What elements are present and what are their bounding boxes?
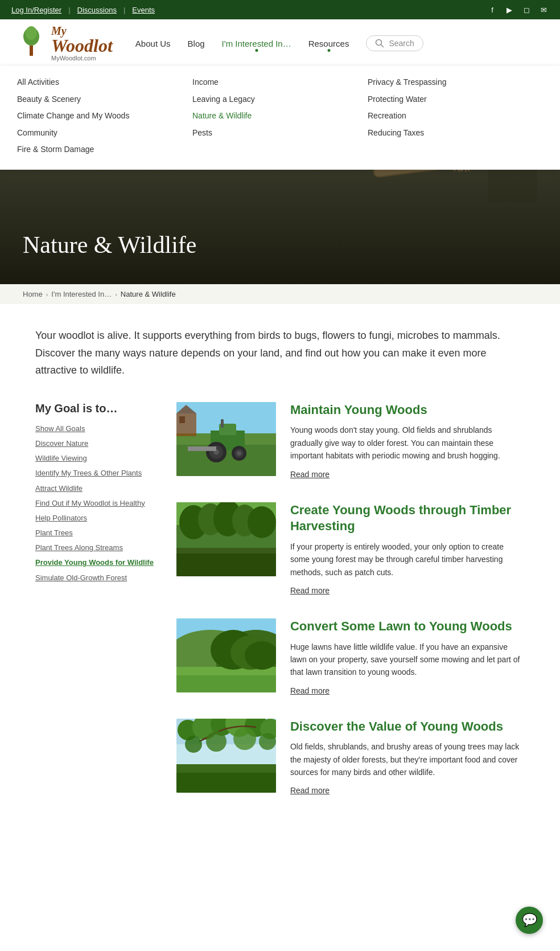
sidebar-woodlot-healthy[interactable]: Find Out if My Woodlot is Healthy xyxy=(35,498,154,509)
dropdown-protecting-water[interactable]: Protecting Water xyxy=(368,94,543,105)
instagram-icon[interactable]: ◻ xyxy=(521,5,532,15)
goals-section: My Goal is to… Show All Goals Discover N… xyxy=(35,402,525,796)
nav-blog[interactable]: Blog xyxy=(188,39,205,48)
nav-interested[interactable]: I'm Interested In… xyxy=(222,39,291,48)
sidebar: My Goal is to… Show All Goals Discover N… xyxy=(35,402,154,796)
article-1-read-more[interactable]: Read more xyxy=(290,470,330,479)
main-nav: About Us Blog I'm Interested In… Resourc… xyxy=(135,35,543,51)
article-2-content: Create Young Woods through Timber Harves… xyxy=(290,502,525,596)
search-icon xyxy=(375,39,384,48)
breadcrumb-home[interactable]: Home xyxy=(23,290,43,298)
sidebar-title: My Goal is to… xyxy=(35,402,154,415)
dropdown-columns: All Activities Beauty & Scenery Climate … xyxy=(17,77,543,155)
dropdown-privacy[interactable]: Privacy & Trespassing xyxy=(368,77,543,88)
nav-about[interactable]: About Us xyxy=(135,39,171,48)
youtube-icon[interactable]: ▶ xyxy=(504,5,514,15)
breadcrumb-arrow-1: › xyxy=(46,291,48,298)
article-4-image xyxy=(176,719,276,793)
dropdown-fire-storm[interactable]: Fire & Storm Damage xyxy=(17,144,192,155)
nav-active-dot xyxy=(255,49,258,52)
logo-woodlot: Woodlot xyxy=(51,36,113,55)
dropdown-col-1: All Activities Beauty & Scenery Climate … xyxy=(17,77,192,155)
youngwoods-image xyxy=(176,719,276,793)
article-maintain-young-woods: Maintain Young Woods Young woods don't s… xyxy=(176,402,525,479)
dropdown-income[interactable]: Income xyxy=(192,77,368,88)
svg-rect-30 xyxy=(179,416,185,423)
svg-point-37 xyxy=(248,506,276,538)
email-icon[interactable]: ✉ xyxy=(538,5,549,15)
tractor-image xyxy=(176,402,276,476)
breadcrumb-current: Nature & Wildlife xyxy=(121,290,176,298)
sidebar-help-pollinators[interactable]: Help Pollinators xyxy=(35,513,154,523)
sidebar-show-all[interactable]: Show All Goals xyxy=(35,424,154,434)
nav-resources[interactable]: Resources xyxy=(308,39,349,48)
article-3-read-more[interactable]: Read more xyxy=(290,686,330,695)
sidebar-plant-trees[interactable]: Plant Trees xyxy=(35,528,154,538)
svg-rect-44 xyxy=(176,675,276,692)
sidebar-plant-trees-streams[interactable]: Plant Trees Along Streams xyxy=(35,543,154,553)
search-area[interactable]: Search xyxy=(366,35,423,51)
article-3-title[interactable]: Convert Some Lawn to Young Woods xyxy=(290,618,525,635)
breadcrumb-parent[interactable]: I'm Interested In… xyxy=(51,290,112,298)
svg-point-56 xyxy=(185,736,202,753)
svg-point-57 xyxy=(206,731,227,752)
facebook-icon[interactable]: f xyxy=(487,5,497,15)
svg-point-1 xyxy=(26,26,37,40)
lawn-image xyxy=(176,618,276,692)
sidebar-identify-trees[interactable]: Identify My Trees & Other Plants xyxy=(35,468,154,478)
svg-rect-61 xyxy=(176,773,276,793)
top-bar: Log In/Register | Discussions | Events f… xyxy=(0,0,560,19)
dropdown-nature-wildlife[interactable]: Nature & Wildlife xyxy=(192,110,368,122)
article-4-content: Discover the Value of Young Woods Old fi… xyxy=(290,719,525,796)
sidebar-links: Show All Goals Discover Nature Wildlife … xyxy=(35,424,154,583)
login-link[interactable]: Log In/Register xyxy=(11,6,61,14)
breadcrumb: Home › I'm Interested In… › Nature & Wil… xyxy=(0,284,560,304)
dropdown-recreation[interactable]: Recreation xyxy=(368,110,543,122)
svg-rect-2 xyxy=(30,46,33,56)
article-3-desc: Huge lawns have little wildlife value. I… xyxy=(290,641,525,679)
sidebar-attract-wildlife[interactable]: Attract Wildlife xyxy=(35,483,154,494)
sidebar-discover-nature[interactable]: Discover Nature xyxy=(35,438,154,449)
svg-point-58 xyxy=(233,727,256,750)
article-3-image xyxy=(176,618,276,692)
search-placeholder: Search xyxy=(389,39,414,48)
dropdown-leaving-legacy[interactable]: Leaving a Legacy xyxy=(192,94,368,105)
timber-image xyxy=(176,502,276,576)
top-bar-left: Log In/Register | Discussions | Events xyxy=(11,6,155,14)
article-4-title[interactable]: Discover the Value of Young Woods xyxy=(290,719,525,735)
nav-resources-dot xyxy=(327,49,330,52)
svg-rect-39 xyxy=(176,554,276,576)
dropdown-community[interactable]: Community xyxy=(17,128,192,139)
sidebar-provide-young-woods[interactable]: Provide Young Woods for Wildlife xyxy=(35,558,154,568)
article-create-young-woods: Create Young Woods through Timber Harves… xyxy=(176,502,525,596)
divider-1: | xyxy=(68,6,70,14)
article-3-content: Convert Some Lawn to Young Woods Huge la… xyxy=(290,618,525,696)
svg-point-25 xyxy=(237,451,241,456)
dropdown-beauty-scenery[interactable]: Beauty & Scenery xyxy=(17,94,192,105)
breadcrumb-arrow-2: › xyxy=(115,291,117,298)
dropdown-reducing-taxes[interactable]: Reducing Taxes xyxy=(368,128,543,139)
svg-point-59 xyxy=(259,733,276,750)
dropdown-col-2: Income Leaving a Legacy Nature & Wildlif… xyxy=(192,77,368,155)
discussions-link[interactable]: Discussions xyxy=(77,6,117,14)
article-2-read-more[interactable]: Read more xyxy=(290,586,330,595)
dropdown-climate-change[interactable]: Climate Change and My Woods xyxy=(17,110,192,122)
article-1-title[interactable]: Maintain Young Woods xyxy=(290,402,525,419)
logo-my: My xyxy=(51,25,113,36)
article-4-read-more[interactable]: Read more xyxy=(290,786,330,795)
logo-tree-icon xyxy=(17,26,46,60)
article-2-title[interactable]: Create Young Woods through Timber Harves… xyxy=(290,502,525,535)
dropdown-pests[interactable]: Pests xyxy=(192,128,368,139)
events-link[interactable]: Events xyxy=(132,6,155,14)
article-2-desc: If your property is entirely wooded, you… xyxy=(290,540,525,579)
sidebar-simulate-old-growth[interactable]: Simulate Old-Growth Forest xyxy=(35,573,154,583)
dropdown-col-3: Privacy & Trespassing Protecting Water R… xyxy=(368,77,543,155)
article-2-image xyxy=(176,502,276,576)
article-value-young-woods: Discover the Value of Young Woods Old fi… xyxy=(176,719,525,796)
svg-line-4 xyxy=(381,45,384,47)
sidebar-wildlife-viewing[interactable]: Wildlife Viewing xyxy=(35,453,154,464)
divider-2: | xyxy=(123,6,125,14)
logo[interactable]: My Woodlot MyWoodlot.com xyxy=(17,25,113,62)
hero-title: Nature & Wildlife xyxy=(23,231,537,259)
dropdown-all-activities[interactable]: All Activities xyxy=(17,77,192,88)
